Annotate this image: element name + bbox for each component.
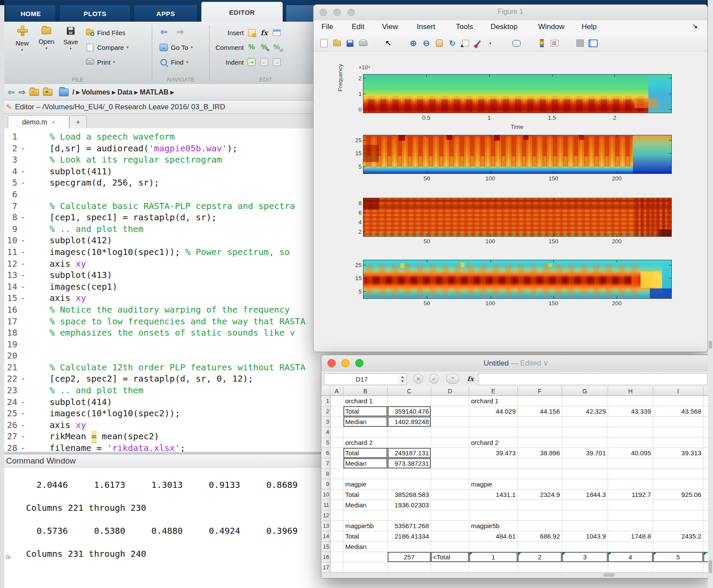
sheet-cell-H14[interactable]: 1748.8 [608,531,653,542]
row-header-4[interactable]: 4 [322,427,330,438]
sheet-cell-G8[interactable] [562,469,608,479]
sheet-cell-C11[interactable]: 1936.02303 [388,500,431,510]
row-header-12[interactable]: 12 [322,510,330,521]
sheet-cell-G3[interactable] [562,417,608,427]
sheet-cell-G5[interactable] [562,438,608,448]
sheet-cell-A16[interactable] [330,552,343,562]
row-header-8[interactable]: 8 [322,469,330,479]
sheet-cell-F13[interactable] [518,521,562,531]
sheet-cell-I17[interactable] [653,562,703,573]
sheet-cell-A10[interactable] [330,490,343,500]
sheet-cell-I3[interactable] [653,417,703,427]
zoom-out-icon[interactable]: ⊖ [421,38,432,49]
brush-caret-icon[interactable]: ▾ [486,38,497,49]
sheet-cell-C10[interactable]: 385268.583 [388,490,431,500]
nav-back-icon[interactable]: ⇦ [8,88,15,96]
accept-entry-button[interactable]: ✓ [429,374,439,384]
sheet-cell-E13[interactable]: magpie5b [469,521,518,531]
sheet-cell-F3[interactable] [518,417,562,427]
toolstrip-tab-plots[interactable]: PLOTS [60,5,131,22]
sheet-cell-H6[interactable]: 40.095 [608,448,653,458]
sheet-cell-E17[interactable] [469,562,518,573]
sheet-cell-G13[interactable] [562,521,608,531]
sheet-cell-A15[interactable] [330,542,343,552]
sheet-cell-A11[interactable] [330,500,343,510]
cursor-icon[interactable]: ↖ [383,38,393,49]
column-header-F[interactable]: F [518,386,562,396]
sheet-cell-I8[interactable] [653,469,703,479]
sheet-cell-D15[interactable] [431,542,469,552]
sheet-cell-G14[interactable]: 1043.9 [562,531,608,542]
rotate-3d-icon[interactable]: ↻ [447,38,458,49]
breadcrumb[interactable]: / ▸ Volumes ▸ Data ▸ MATLAB ▸ [72,88,174,96]
sheet-cell-E16[interactable]: 1 [469,552,518,562]
sheet-cell-E15[interactable] [469,542,518,552]
scrollbar-thumb[interactable] [603,573,615,577]
sheet-cell-G4[interactable] [562,427,608,438]
sheet-cell-D5[interactable] [431,438,469,448]
row-header-3[interactable]: 3 [322,417,330,427]
sheet-cell-G15[interactable] [562,542,608,552]
sheet-cell-B11[interactable]: Median [343,500,388,510]
sheet-cell-B8[interactable] [343,469,388,479]
sheet-cell-H13[interactable] [608,521,653,531]
sheet-cell-D4[interactable] [431,427,469,438]
menu-edit[interactable]: Edit [352,23,364,31]
dock-figure-icon[interactable]: ↘ [692,22,698,30]
sheet-cell-C3[interactable]: 1402.89248 [388,417,431,427]
sheet-cell-C13[interactable]: 535671.268 [388,521,431,531]
sheet-cell-H10[interactable]: 1192.7 [608,490,653,500]
sheet-cell-E8[interactable] [469,469,518,479]
sheet-cell-F15[interactable] [518,542,562,552]
pan-icon[interactable] [434,38,445,49]
sheet-cell-E1[interactable]: orchard 1 [469,396,518,406]
sheet-cell-I7[interactable] [653,458,703,469]
sheet-cell-D16[interactable]: <Total [431,552,469,562]
sheet-cell-F16[interactable]: 2 [518,552,562,562]
sheet-cell-E11[interactable] [469,500,518,510]
sheet-cell-D11[interactable] [431,500,469,510]
sheet-cell-C5[interactable] [388,438,431,448]
sheet-cell-G9[interactable] [562,479,608,490]
sheet-cell-E9[interactable]: magpie [469,479,518,490]
sheet-cell-F5[interactable] [518,438,562,448]
spreadsheet-titlebar[interactable]: Untitled — Edited ∨ [321,355,711,372]
sheet-cell-A4[interactable] [330,427,343,438]
sheet-cell-F17[interactable] [518,562,562,573]
sheet-cell-H4[interactable] [608,427,653,438]
sheet-cell-F8[interactable] [518,469,562,479]
sheet-cell-D9[interactable] [431,479,469,490]
sheet-cell-A9[interactable] [330,479,343,490]
nav-forward-icon[interactable]: ⇨ [19,88,26,96]
sheet-cell-D2[interactable] [431,406,469,417]
row-header-6[interactable]: 6 [322,448,330,458]
sheet-cell-F2[interactable]: 44.156 [518,406,562,417]
data-cursor-icon[interactable] [460,38,471,49]
select-all-corner[interactable] [322,386,330,396]
menu-insert[interactable]: Insert [417,23,435,31]
row-header-14[interactable]: 14 [322,531,330,542]
sheet-cell-A3[interactable] [330,417,343,427]
sheet-cell-E4[interactable] [469,427,518,438]
sheet-cell-E6[interactable]: 39.473 [469,448,518,458]
row-header-5[interactable]: 5 [322,438,330,448]
sheet-cell-B3[interactable]: Median [343,417,388,427]
browse-folder-icon[interactable] [43,89,52,96]
sheet-cell-B7[interactable]: Median [343,458,388,469]
sheet-cell-H12[interactable] [608,510,653,521]
column-header-A[interactable]: A [330,386,343,396]
open-folder-icon[interactable] [332,38,342,49]
function-hint-icon[interactable]: fx [5,554,10,560]
ribbon-button-open[interactable]: Open▾ [35,26,58,50]
brush-icon[interactable] [473,38,484,49]
figure-titlebar[interactable]: Figure 1 [314,5,707,21]
sheet-cell-H15[interactable] [608,542,653,552]
sheet-cell-E12[interactable] [469,510,518,521]
cell-reference-stepper[interactable] [399,373,407,385]
print-icon[interactable] [358,38,368,49]
new-doc-icon[interactable] [319,38,329,49]
sheet-cell-F6[interactable]: 38.896 [518,448,562,458]
sheet-cell-A14[interactable] [330,531,343,542]
sheet-cell-C6[interactable]: 249187.131 [388,448,431,458]
sheet-cell-B10[interactable]: Total [343,490,388,500]
